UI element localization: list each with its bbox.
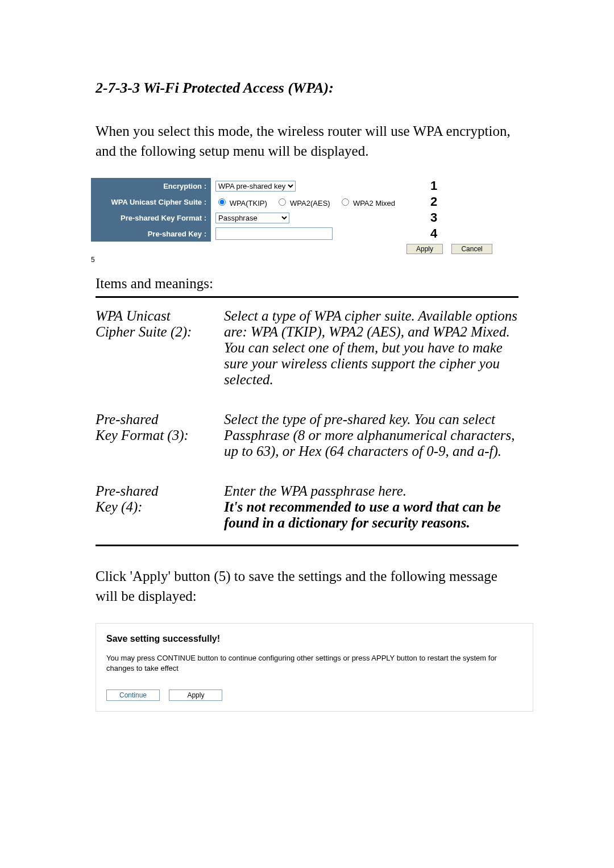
cipher-radio-mixed[interactable] (342, 198, 349, 206)
value-keyformat: Passphrase (211, 210, 413, 226)
cipher-radio-tkip[interactable] (218, 198, 226, 206)
callout-1: 1 (413, 178, 454, 194)
save-apply-button[interactable]: Apply (169, 690, 222, 701)
apply-button[interactable]: Apply (406, 244, 443, 254)
cipher-label-tkip: WPA(TKIP) (230, 199, 267, 207)
label-encryption: Encryption : (91, 178, 211, 194)
def-row-keyformat: Pre-shared Key Format (3): Select the ty… (96, 401, 518, 473)
def-term-presharedkey: Pre-shared Key (4): (96, 473, 224, 546)
cipher-label-mixed: WPA2 Mixed (353, 199, 395, 207)
wpa-form-table: Encryption : WPA pre-shared key 1 WPA Un… (91, 178, 454, 242)
value-cipher: WPA(TKIP) WPA2(AES) WPA2 Mixed (211, 194, 413, 210)
cipher-option-mixed[interactable]: WPA2 Mixed (339, 199, 395, 207)
continue-button[interactable]: Continue (106, 690, 160, 701)
cipher-radio-aes[interactable] (279, 198, 286, 206)
row-encryption: Encryption : WPA pre-shared key 1 (91, 178, 454, 194)
encryption-select[interactable]: WPA pre-shared key (215, 181, 296, 192)
def-desc-cipher: Select a type of WPA cipher suite. Avail… (224, 297, 518, 402)
label-cipher: WPA Unicast Cipher Suite : (91, 194, 211, 210)
row-keyformat: Pre-shared Key Format : Passphrase 3 (91, 210, 454, 226)
cipher-option-aes[interactable]: WPA2(AES) (276, 199, 332, 207)
keyformat-select[interactable]: Passphrase (215, 213, 289, 223)
save-confirmation-figure: Save setting successfully! You may press… (96, 623, 533, 712)
presharedkey-input[interactable] (215, 227, 333, 240)
items-heading: Items and meanings: (96, 276, 518, 292)
def-desc-presharedkey: Enter the WPA passphrase here. It's not … (224, 473, 518, 546)
wpa-form-figure: Encryption : WPA pre-shared key 1 WPA Un… (91, 178, 518, 264)
definitions-table: WPA Unicast Cipher Suite (2): Select a t… (96, 296, 518, 546)
outro-paragraph: Click 'Apply' button (5) to save the set… (96, 567, 518, 606)
def-row-cipher: WPA Unicast Cipher Suite (2): Select a t… (96, 297, 518, 402)
callout-5: 5 (91, 256, 95, 264)
cipher-option-tkip[interactable]: WPA(TKIP) (215, 199, 269, 207)
row-presharedkey: Pre-shared Key : 4 (91, 226, 454, 242)
def-term-cipher: WPA Unicast Cipher Suite (2): (96, 297, 224, 402)
label-presharedkey: Pre-shared Key : (91, 226, 211, 242)
row-cipher: WPA Unicast Cipher Suite : WPA(TKIP) WPA… (91, 194, 454, 210)
def-term-keyformat: Pre-shared Key Format (3): (96, 401, 224, 473)
callout-2: 2 (413, 194, 454, 210)
value-presharedkey (211, 226, 413, 242)
value-encryption: WPA pre-shared key (211, 178, 413, 194)
cancel-button[interactable]: Cancel (451, 244, 492, 254)
cipher-label-aes: WPA2(AES) (290, 199, 330, 207)
document-page: 2-7-3-3 Wi-Fi Protected Access (WPA): Wh… (0, 0, 614, 868)
save-description: You may press CONTINUE button to continu… (106, 653, 526, 674)
callout-3: 3 (413, 210, 454, 226)
def-row-presharedkey: Pre-shared Key (4): Enter the WPA passph… (96, 473, 518, 546)
save-title: Save setting successfully! (106, 634, 526, 644)
section-title: 2-7-3-3 Wi-Fi Protected Access (WPA): (96, 80, 518, 97)
def-desc-keyformat: Select the type of pre-shared key. You c… (224, 401, 518, 473)
label-keyformat: Pre-shared Key Format : (91, 210, 211, 226)
apply-cancel-row: Apply Cancel (406, 244, 518, 254)
callout-4: 4 (413, 226, 454, 242)
intro-paragraph: When you select this mode, the wireless … (96, 122, 518, 161)
